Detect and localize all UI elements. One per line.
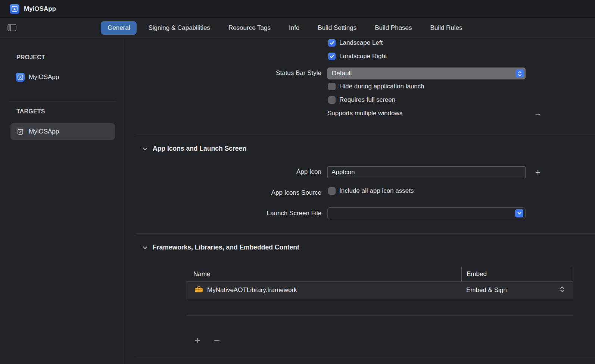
landscape-right-row: Landscape Right	[328, 53, 387, 60]
frameworks-section-header[interactable]: Frameworks, Libraries, and Embedded Cont…	[143, 244, 299, 251]
project-item-label: MyiOSApp	[29, 73, 59, 81]
table-row[interactable]: MyNativeAOTLibrary.framework Embed & Sig…	[186, 282, 573, 299]
settings-tabs: General Signing & Capabilities Resource …	[101, 21, 469, 35]
status-bar-style-label: Status Bar Style	[123, 69, 321, 77]
requires-full-screen-row: Requires full screen	[328, 96, 395, 104]
app-icon-field[interactable]: AppIcon	[327, 166, 526, 178]
editor-tabbar: General Signing & Capabilities Resource …	[0, 18, 595, 38]
column-header-embed: Embed	[461, 267, 573, 281]
target-app-icon: A	[16, 127, 25, 136]
frameworks-table: Name Embed MyNativeAOTLibrary.framework …	[186, 267, 573, 316]
project-sidebar: PROJECT A MyiOSApp TARGETS A MyiOSApp	[0, 39, 123, 364]
include-all-assets-label: Include all app icon assets	[339, 187, 414, 195]
framework-embed-cell: Embed & Sign	[461, 286, 573, 294]
svg-text:A: A	[13, 7, 16, 11]
project-section-header: PROJECT	[16, 54, 45, 61]
app-icons-source-label: App Icons Source	[123, 189, 321, 197]
sidebar-item-project-myiosapp[interactable]: A MyiOSApp	[16, 73, 59, 82]
tab-general[interactable]: General	[101, 21, 137, 35]
sidebar-item-target-myiosapp[interactable]: A MyiOSApp	[16, 127, 59, 136]
hide-during-launch-label: Hide during application launch	[339, 83, 424, 90]
tab-info[interactable]: Info	[282, 21, 306, 35]
landscape-right-label: Landscape Right	[339, 53, 387, 60]
project-app-icon: A	[16, 73, 25, 82]
framework-name-cell: MyNativeAOTLibrary.framework	[186, 286, 461, 295]
empty-table-row	[186, 299, 573, 316]
popup-updown-icon	[515, 69, 524, 78]
chevron-down-icon	[143, 145, 147, 153]
column-header-name: Name	[186, 267, 461, 281]
combo-chevron-down-icon	[515, 209, 523, 217]
window-title: MyiOSApp	[24, 5, 56, 13]
landscape-left-checkbox[interactable]	[328, 39, 336, 47]
framework-name: MyNativeAOTLibrary.framework	[207, 286, 297, 294]
chevron-down-icon	[143, 244, 147, 251]
app-icons-section-title: App Icons and Launch Screen	[153, 145, 246, 153]
app-icon: A	[10, 4, 19, 14]
svg-text:A: A	[19, 75, 21, 79]
landscape-right-checkbox[interactable]	[328, 53, 336, 60]
section-divider	[136, 358, 595, 358]
target-item-label: MyiOSApp	[29, 128, 59, 135]
tab-build-rules[interactable]: Build Rules	[424, 21, 469, 35]
tab-signing-capabilities[interactable]: Signing & Capabilities	[141, 21, 216, 35]
supports-multiple-windows-arrow-icon[interactable]: →	[532, 108, 543, 119]
app-icons-section-header[interactable]: App Icons and Launch Screen	[143, 145, 246, 153]
requires-full-screen-checkbox[interactable]	[328, 96, 336, 104]
frameworks-table-header: Name Embed	[186, 267, 573, 282]
remove-framework-button[interactable]: −	[211, 334, 222, 347]
hide-during-launch-row: Hide during application launch	[328, 83, 424, 90]
app-icon-value: AppIcon	[331, 169, 355, 176]
tab-build-phases[interactable]: Build Phases	[368, 21, 418, 35]
include-all-assets-row: Include all app icon assets	[328, 187, 414, 195]
include-all-assets-checkbox[interactable]	[328, 187, 336, 195]
hide-during-launch-checkbox[interactable]	[328, 83, 336, 90]
app-icon-label: App Icon	[123, 168, 321, 176]
embed-value: Embed & Sign	[466, 286, 507, 294]
frameworks-table-controls: + −	[192, 334, 222, 347]
section-divider	[136, 135, 595, 135]
svg-text:A: A	[19, 130, 21, 134]
general-settings-pane: Landscape Left Landscape Right Status Ba…	[123, 39, 595, 364]
tab-resource-tags[interactable]: Resource Tags	[222, 21, 277, 35]
landscape-left-label: Landscape Left	[339, 39, 383, 47]
status-bar-style-select[interactable]: Default	[327, 68, 526, 79]
status-bar-style-value: Default	[332, 70, 352, 77]
launch-screen-file-label: Launch Screen File	[123, 210, 321, 217]
main-split: PROJECT A MyiOSApp TARGETS A MyiOSApp La…	[0, 39, 595, 364]
window-titlebar: A MyiOSApp	[0, 0, 595, 18]
supports-multiple-windows-label: Supports multiple windows	[327, 110, 402, 117]
launch-screen-file-combo[interactable]	[327, 207, 526, 219]
targets-section-header: TARGETS	[16, 108, 45, 115]
tab-build-settings[interactable]: Build Settings	[311, 21, 363, 35]
embed-stepper-icon[interactable]	[560, 286, 564, 294]
landscape-left-row: Landscape Left	[328, 39, 383, 47]
add-app-icon-button[interactable]: +	[532, 166, 543, 178]
add-framework-button[interactable]: +	[192, 334, 203, 347]
sidebar-divider	[9, 101, 116, 101]
toolbox-icon	[194, 286, 203, 295]
section-divider	[136, 233, 595, 234]
sidebar-toggle-icon[interactable]	[7, 24, 16, 33]
requires-full-screen-label: Requires full screen	[339, 96, 395, 104]
frameworks-section-title: Frameworks, Libraries, and Embedded Cont…	[153, 244, 299, 251]
